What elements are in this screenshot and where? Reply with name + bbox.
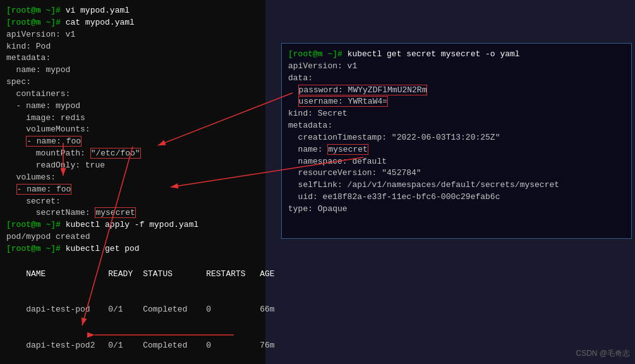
rt-line-10: namespace: default	[288, 156, 625, 168]
line-21: [root@m ~]# kubectl get pod	[6, 243, 259, 255]
line-14: readOnly: true	[6, 160, 259, 172]
rt-line-6: kind: Secret	[288, 108, 625, 120]
right-terminal: [root@m ~]# kubectl get secret mysecret …	[281, 43, 632, 239]
rt-line-9: name: mysecret	[288, 144, 625, 156]
line-4: kind: Pod	[6, 41, 259, 53]
line-7: spec:	[6, 76, 259, 88]
line-10: image: redis	[6, 112, 259, 124]
line-12: - name: foo	[6, 136, 259, 148]
line-18: secretName: mysecret	[6, 207, 259, 219]
line-2: [root@m ~]# cat mypod.yaml	[6, 17, 259, 29]
table-row-2: dapi-test-pod20/1Completed076m	[6, 328, 259, 364]
rt-line-12: selfLink: /api/v1/namespaces/default/sec…	[288, 179, 625, 191]
line-6: name: mypod	[6, 64, 259, 76]
line-16: - name: foo	[6, 184, 259, 196]
line-15: volumes:	[6, 172, 259, 184]
line-9: - name: mypod	[6, 100, 259, 112]
table: NAMEREADYSTATUSRESTARTSAGE	[6, 257, 259, 293]
line-5: metadata:	[6, 52, 259, 64]
rt-line-14: type: Opaque	[288, 203, 625, 215]
left-terminal: [root@m ~]# vi mypod.yaml [root@m ~]# ca…	[0, 0, 265, 364]
rt-line-5: username: YWRtaW4=	[288, 96, 625, 108]
line-8: containers:	[6, 88, 259, 100]
line-13: mountPath: "/etc/foo"	[6, 148, 259, 160]
rt-line-2: apiVersion: v1	[288, 61, 625, 73]
watermark: CSDN @毛奇志	[576, 348, 630, 359]
rt-line-1: [root@m ~]# kubectl get secret mysecret …	[288, 49, 625, 61]
table-row-1: dapi-test-pod0/1Completed066m	[6, 292, 259, 328]
rt-line-8: creationTimestamp: "2022-06-03T13:20:25Z…	[288, 132, 625, 144]
rt-line-4: password: MWYyZDFlMmU2N2Rm	[288, 85, 625, 97]
line-20: pod/mypod created	[6, 231, 259, 243]
rt-line-11: resourceVersion: "452784"	[288, 167, 625, 179]
line-1: [root@m ~]# vi mypod.yaml	[6, 5, 259, 17]
line-3: apiVersion: v1	[6, 29, 259, 41]
line-19: [root@m ~]# kubectl apply -f mypod.yaml	[6, 219, 259, 231]
line-11: volumeMounts:	[6, 124, 259, 136]
rt-line-13: uid: ee18f82a-e33f-11ec-bfc6-000c29efab6…	[288, 191, 625, 203]
rt-line-3: data:	[288, 73, 625, 85]
line-17: secret:	[6, 196, 259, 208]
rt-line-7: metadata:	[288, 120, 625, 132]
